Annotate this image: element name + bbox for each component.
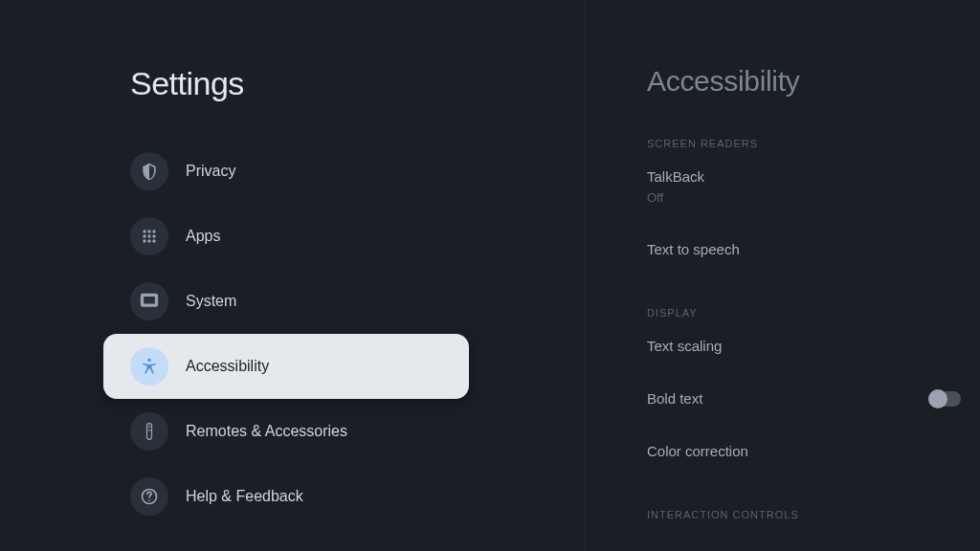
detail-item-text-to-speech[interactable]: Text to speech — [647, 241, 961, 257]
svg-point-5 — [152, 234, 155, 237]
detail-item-text: Text scaling — [647, 338, 722, 354]
detail-panel: Accessibility Screen readers TalkBack Of… — [584, 0, 980, 551]
detail-title: Accessibility — [647, 65, 961, 98]
svg-point-3 — [143, 234, 145, 237]
menu-label: System — [186, 293, 236, 310]
grid-icon — [130, 217, 168, 255]
detail-item-bold-text[interactable]: Bold text — [647, 390, 961, 407]
detail-item-text: TalkBack Off — [647, 168, 704, 205]
menu-item-privacy[interactable]: Privacy — [0, 139, 584, 204]
detail-item-text: Text to speech — [647, 241, 740, 257]
bold-text-toggle[interactable] — [928, 391, 961, 407]
detail-item-title: TalkBack — [647, 168, 704, 185]
section-header-screen-readers: Screen readers — [647, 138, 961, 149]
svg-point-7 — [147, 239, 150, 242]
svg-point-6 — [143, 239, 145, 242]
settings-menu-list: Privacy Apps System Accessibility Remote — [0, 139, 584, 529]
menu-item-apps[interactable]: Apps — [0, 204, 584, 269]
menu-item-remotes[interactable]: Remotes & Accessories — [0, 399, 584, 464]
menu-item-system[interactable]: System — [0, 269, 584, 334]
section-header-interaction: Interaction controls — [647, 509, 961, 520]
menu-label: Privacy — [186, 163, 235, 180]
svg-point-0 — [143, 230, 145, 232]
svg-point-4 — [147, 234, 150, 237]
detail-item-text: Bold text — [647, 390, 702, 407]
detail-item-subtitle: Off — [647, 190, 704, 205]
detail-item-talkback[interactable]: TalkBack Off — [647, 168, 961, 205]
svg-point-11 — [148, 426, 150, 428]
detail-item-title: Text scaling — [647, 338, 722, 354]
settings-title: Settings — [130, 65, 584, 102]
menu-item-accessibility[interactable]: Accessibility — [103, 334, 469, 399]
svg-point-8 — [152, 239, 155, 242]
shield-icon — [130, 152, 168, 190]
menu-item-help[interactable]: Help & Feedback — [0, 464, 584, 529]
detail-item-text: Color correction — [647, 443, 748, 459]
menu-label: Apps — [186, 228, 220, 245]
svg-point-2 — [152, 230, 155, 232]
detail-item-title: Color correction — [647, 443, 748, 459]
svg-point-1 — [147, 230, 150, 232]
detail-item-title: Bold text — [647, 390, 702, 407]
menu-label: Accessibility — [186, 358, 269, 375]
help-icon — [130, 477, 168, 516]
menu-label: Help & Feedback — [186, 488, 303, 505]
remote-icon — [130, 412, 168, 451]
accessibility-icon — [130, 347, 168, 386]
detail-item-color-correction[interactable]: Color correction — [647, 443, 961, 459]
monitor-icon — [130, 282, 168, 320]
section-header-display: Display — [647, 307, 961, 319]
menu-label: Remotes & Accessories — [186, 423, 347, 440]
detail-item-title: Text to speech — [647, 241, 740, 257]
svg-point-13 — [148, 499, 150, 501]
settings-sidebar: Settings Privacy Apps System Accessibili… — [0, 0, 584, 551]
svg-point-9 — [147, 359, 150, 362]
detail-item-text-scaling[interactable]: Text scaling — [647, 338, 961, 354]
